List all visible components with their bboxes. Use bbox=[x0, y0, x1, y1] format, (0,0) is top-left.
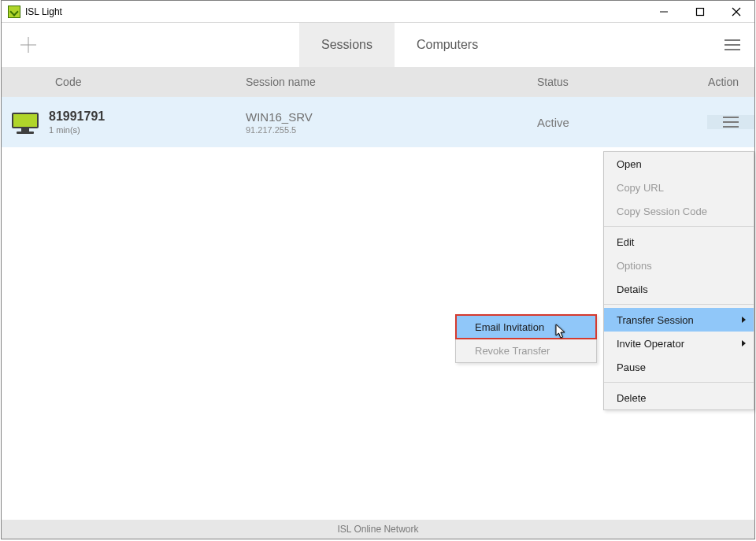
ctx-separator bbox=[604, 226, 754, 227]
toolbar: Sessions Computers bbox=[2, 23, 754, 67]
ctx-edit[interactable]: Edit bbox=[604, 230, 754, 254]
window-title: ISL Light bbox=[25, 6, 62, 17]
ctx-copy-code[interactable]: Copy Session Code bbox=[604, 199, 754, 223]
close-button[interactable] bbox=[718, 1, 754, 23]
sub-revoke-transfer[interactable]: Revoke Transfer bbox=[456, 339, 596, 362]
session-age: 1 min(s) bbox=[49, 125, 246, 135]
ctx-delete[interactable]: Delete bbox=[604, 386, 754, 409]
session-ip: 91.217.255.5 bbox=[246, 125, 537, 135]
submenu-arrow-icon bbox=[742, 317, 746, 323]
col-status: Status bbox=[537, 76, 671, 88]
tab-label: Sessions bbox=[321, 38, 372, 52]
session-row[interactable]: 81991791 1 min(s) WIN16_SRV 91.217.255.5… bbox=[2, 97, 754, 147]
status-bar: ISL Online Network bbox=[2, 520, 754, 539]
hamburger-icon bbox=[723, 38, 742, 52]
session-code-cell: 81991791 1 min(s) bbox=[49, 109, 246, 135]
session-icon-cell bbox=[2, 113, 49, 132]
col-code: Code bbox=[2, 76, 246, 88]
maximize-icon bbox=[695, 7, 705, 17]
sub-email-invitation[interactable]: Email Invitation bbox=[456, 315, 596, 339]
titlebar: ISL Light bbox=[2, 1, 754, 23]
app-window: ISL Light Sessions Computers bbox=[1, 0, 755, 539]
ctx-pause[interactable]: Pause bbox=[604, 355, 754, 379]
col-action: Action bbox=[671, 76, 754, 88]
transfer-submenu: Email Invitation Revoke Transfer bbox=[455, 314, 597, 363]
close-icon bbox=[732, 7, 741, 17]
main-tabs: Sessions Computers bbox=[299, 23, 500, 67]
ctx-label: Email Invitation bbox=[475, 321, 544, 333]
ctx-label: Open bbox=[617, 158, 642, 170]
tab-sessions[interactable]: Sessions bbox=[299, 23, 395, 67]
ctx-invite-operator[interactable]: Invite Operator bbox=[604, 332, 754, 355]
main-menu-button[interactable] bbox=[710, 23, 754, 67]
plus-icon bbox=[19, 35, 38, 54]
column-headers: Code Session name Status Action bbox=[2, 67, 754, 97]
ctx-open[interactable]: Open bbox=[604, 152, 754, 176]
status-text: ISL Online Network bbox=[338, 524, 419, 535]
submenu-arrow-icon bbox=[742, 340, 746, 346]
session-action-cell bbox=[671, 115, 754, 129]
session-name-cell: WIN16_SRV 91.217.255.5 bbox=[246, 110, 537, 135]
ctx-separator bbox=[604, 304, 754, 305]
monitor-icon bbox=[12, 113, 39, 132]
ctx-copy-url[interactable]: Copy URL bbox=[604, 176, 754, 199]
app-icon bbox=[8, 6, 20, 18]
minimize-icon bbox=[659, 7, 669, 17]
hamburger-icon bbox=[721, 115, 740, 129]
ctx-label: Delete bbox=[617, 392, 647, 404]
session-context-menu: Open Copy URL Copy Session Code Edit Opt… bbox=[603, 151, 754, 410]
session-action-button[interactable] bbox=[707, 115, 754, 129]
ctx-label: Copy URL bbox=[617, 182, 664, 194]
new-session-button[interactable] bbox=[2, 23, 55, 67]
ctx-label: Details bbox=[617, 283, 648, 295]
ctx-label: Pause bbox=[617, 361, 646, 373]
session-name: WIN16_SRV bbox=[246, 110, 537, 124]
ctx-label: Edit bbox=[617, 236, 634, 248]
svg-rect-1 bbox=[697, 8, 704, 15]
maximize-button[interactable] bbox=[682, 1, 718, 23]
ctx-options[interactable]: Options bbox=[604, 254, 754, 277]
tab-label: Computers bbox=[417, 38, 478, 52]
session-code: 81991791 bbox=[49, 109, 246, 124]
ctx-transfer-session[interactable]: Transfer Session bbox=[604, 308, 754, 332]
minimize-button[interactable] bbox=[646, 1, 682, 23]
ctx-details[interactable]: Details bbox=[604, 277, 754, 301]
ctx-label: Transfer Session bbox=[617, 314, 694, 326]
ctx-separator bbox=[604, 382, 754, 383]
ctx-label: Invite Operator bbox=[617, 338, 684, 350]
session-status: Active bbox=[537, 116, 671, 129]
ctx-label: Options bbox=[617, 260, 652, 272]
ctx-label: Revoke Transfer bbox=[475, 345, 550, 357]
tab-computers[interactable]: Computers bbox=[395, 23, 500, 67]
ctx-label: Copy Session Code bbox=[617, 206, 707, 217]
col-name: Session name bbox=[246, 76, 537, 88]
